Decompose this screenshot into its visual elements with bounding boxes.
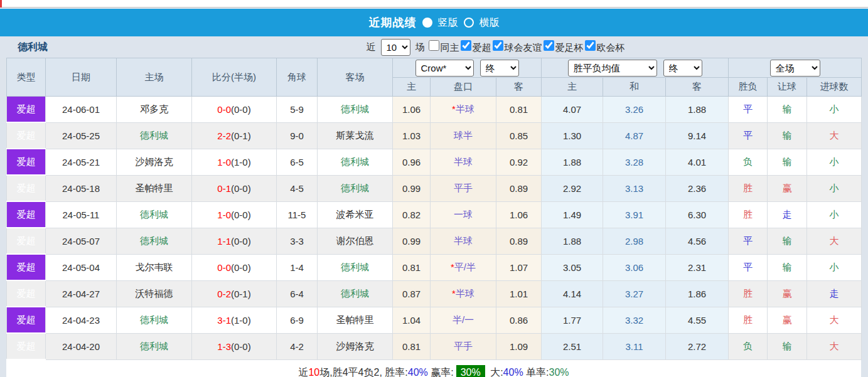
red-marker — [0, 0, 2, 8]
recent-count-select[interactable]: 10 — [381, 39, 410, 56]
home-team-cell: 邓多克 — [117, 97, 192, 123]
handicap-result-cell: 输 — [768, 254, 807, 280]
avg-odds-select[interactable]: 胜平负均值 — [568, 60, 657, 77]
title-bar: 近期战绩 竖版 横版 — [0, 9, 868, 36]
vertical-layout-label[interactable]: 竖版 — [438, 16, 458, 29]
avg-draw-odds-cell: 3.32 — [603, 307, 666, 333]
corners-cell: 6-5 — [277, 149, 318, 175]
summary-bar: 近10场,胜4平4负2, 胜率:40% 赢率:30% 大:40% 单率:30% — [6, 360, 861, 377]
avg-draw-odds-cell: 3.26 — [603, 97, 666, 123]
corners-cell: 6-4 — [277, 280, 318, 307]
date-cell: 24-05-25 — [46, 122, 117, 149]
home-team-cell: 德利城 — [117, 333, 192, 359]
away-team-cell: 谢尔伯恩 — [318, 228, 393, 254]
radio-horizontal-layout[interactable] — [464, 18, 474, 28]
avg-away-odds-cell: 2.36 — [666, 175, 729, 201]
avg-home-odds-cell: 1.88 — [542, 149, 603, 175]
avg-draw-odds-cell: 4.87 — [603, 122, 666, 149]
handicap-result-cell: 输 — [768, 122, 807, 149]
result-cell: 负 — [729, 149, 768, 175]
results-table: 类型 日期 主场 比分(半场) 角球 客场 Crow* 终 胜 — [6, 58, 862, 360]
radio-vertical-layout[interactable] — [422, 18, 432, 28]
sub-header-handicap-away: 客 — [496, 78, 542, 97]
avg-away-odds-cell: 1.86 — [666, 280, 729, 307]
summary-segment: 单率: — [523, 366, 549, 377]
filter-checkbox-同主[interactable] — [429, 40, 439, 51]
avg-home-odds-cell: 2.51 — [542, 333, 603, 359]
filter-bar: 德利城 近 10 场 同主爱超球会友谊爱足杯欧会杯 — [0, 36, 868, 58]
result-cell: 胜 — [729, 307, 768, 333]
handicap-home-odds-cell: 1.06 — [393, 97, 431, 123]
avg-away-odds-cell: 2.72 — [666, 333, 729, 359]
handicap-result-cell: 输 — [768, 97, 807, 123]
avg-away-odds-cell: 2.31 — [666, 254, 729, 280]
handicap-home-odds-cell: 0.96 — [393, 149, 431, 175]
handicap-home-odds-cell: 0.81 — [393, 254, 431, 280]
score-cell: 1-3(0-0) — [192, 333, 277, 359]
sub-header-avg-draw: 和 — [603, 78, 666, 97]
col-header-home: 主场 — [117, 58, 192, 97]
fulltime-select[interactable]: 全场 — [770, 60, 820, 77]
table-row: 爱超24-04-20德利城1-3(0-0)4-2沙姆洛克0.81平手1.092.… — [7, 333, 862, 359]
filter-checkbox-球会友谊[interactable] — [493, 40, 503, 51]
avg-odds-select-cell: 胜平负均值 终 — [542, 58, 729, 78]
goals-result-cell: 大 — [807, 333, 862, 359]
avg-home-odds-cell: 3.05 — [542, 254, 603, 280]
handicap-away-odds-cell: 1.09 — [496, 333, 542, 359]
table-row: 爱超24-04-23德利城3-1(1-0)6-9圣帕特里1.04半/一0.861… — [7, 307, 862, 333]
handicap-line-cell: 平手 — [431, 333, 496, 359]
avg-draw-odds-cell: 3.28 — [603, 149, 666, 175]
summary-segment: 近 — [298, 366, 308, 377]
col-header-corners: 角球 — [277, 58, 318, 97]
league-badge: 爱超 — [7, 122, 46, 149]
score-cell: 3-1(1-0) — [192, 307, 277, 333]
goals-result-cell: 大 — [807, 228, 862, 254]
avg-away-odds-cell: 1.88 — [666, 97, 729, 123]
date-cell: 24-05-18 — [46, 175, 117, 201]
handicap-line-cell: 一球 — [431, 201, 496, 228]
bookmaker-select[interactable]: Crow* — [415, 60, 474, 77]
bookmaker-odds-state-select[interactable]: 终 — [480, 60, 519, 77]
score-cell: 0-0(0-0) — [192, 97, 277, 123]
col-header-away: 客场 — [318, 58, 393, 97]
avg-home-odds-cell: 1.30 — [542, 122, 603, 149]
away-team-cell: 波希米亚 — [318, 201, 393, 228]
filter-checkbox-欧会杯[interactable] — [585, 40, 596, 51]
summary-segment: 场,胜4平4负2, 胜率: — [319, 366, 407, 377]
league-badge: 爱超 — [7, 254, 46, 280]
avg-odds-state-select[interactable]: 终 — [663, 60, 702, 77]
score-cell: 1-0(0-0) — [192, 201, 277, 228]
avg-draw-odds-cell: 3.27 — [603, 280, 666, 307]
handicap-home-odds-cell: 1.04 — [393, 307, 431, 333]
league-badge: 爱超 — [7, 175, 46, 201]
filter-checkbox-爱足杯[interactable] — [544, 40, 554, 51]
league-badge: 爱超 — [7, 228, 46, 254]
handicap-line-cell: 球半 — [431, 122, 496, 149]
date-cell: 24-05-11 — [46, 201, 117, 228]
handicap-away-odds-cell: 1.07 — [496, 254, 542, 280]
avg-draw-odds-cell: 3.11 — [603, 333, 666, 359]
handicap-away-odds-cell: 0.85 — [496, 122, 542, 149]
summary-segment: 40% — [408, 367, 428, 377]
filter-label: 爱超 — [473, 42, 491, 53]
result-cell: 平 — [729, 97, 768, 123]
league-badge: 爱超 — [7, 97, 46, 123]
avg-draw-odds-cell: 3.06 — [603, 254, 666, 280]
summary-segment: 40% — [503, 367, 523, 377]
horizontal-layout-label[interactable]: 横版 — [480, 16, 500, 29]
home-team-cell: 圣帕特里 — [117, 175, 192, 201]
table-row: 爱超24-06-01邓多克0-0(0-0)5-9德利城1.06*半球0.814.… — [7, 97, 862, 123]
avg-away-odds-cell: 9.14 — [666, 122, 729, 149]
away-team-cell: 圣帕特里 — [318, 307, 393, 333]
away-team-cell: 德利城 — [318, 175, 393, 201]
league-badge: 爱超 — [7, 280, 46, 307]
handicap-away-odds-cell: 1.06 — [496, 201, 542, 228]
summary-segment: 赢率: — [428, 366, 454, 377]
home-team-cell: 戈尔韦联 — [117, 254, 192, 280]
handicap-away-odds-cell: 1.01 — [496, 280, 542, 307]
home-team-cell: 德利城 — [117, 228, 192, 254]
handicap-line-cell: 半球 — [431, 149, 496, 175]
away-team-cell: 斯莱戈流 — [318, 122, 393, 149]
score-cell: 0-1(0-0) — [192, 175, 277, 201]
filter-checkbox-爱超[interactable] — [461, 40, 471, 51]
